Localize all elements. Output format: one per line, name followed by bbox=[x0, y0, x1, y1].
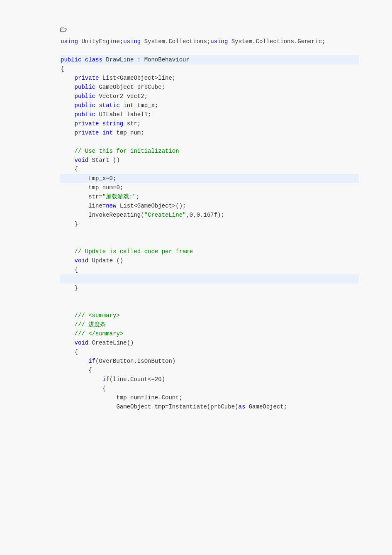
kw-string: string bbox=[102, 120, 123, 127]
open-brace-if2: { bbox=[60, 384, 359, 393]
import-generic: System.Collections.Generic; bbox=[228, 38, 325, 45]
comment-update: // Update is called once per frame bbox=[60, 247, 359, 256]
open-brace-start: { bbox=[60, 165, 359, 174]
gameobject-instantiate: GameObject tmp=Instantiate(prbCube)as Ga… bbox=[60, 402, 359, 411]
kw-private2: private bbox=[75, 120, 99, 127]
field-line-list: private List<GameObject>line; bbox=[60, 73, 359, 83]
kw-public3: public bbox=[75, 102, 95, 109]
tmpnum-linecount: tmp_num=line.Count; bbox=[60, 393, 359, 402]
open-brace-if1: { bbox=[60, 366, 359, 375]
close-brace-update: } bbox=[60, 284, 359, 293]
xml-summary-content: /// 进度条 bbox=[60, 320, 359, 329]
string-literal-2: "CreateLine" bbox=[144, 212, 186, 218]
kw-static: static bbox=[99, 102, 119, 109]
field-line-tmpnum: private int tmp_num; bbox=[60, 128, 359, 137]
tmpnum-assign: tmp_num=0; bbox=[60, 183, 359, 192]
void-createline-line: void CreateLine() bbox=[60, 338, 359, 347]
open-brace-main: { bbox=[60, 64, 359, 73]
keyword-using2: using bbox=[123, 38, 141, 45]
xml-summary-close: /// </summary> bbox=[60, 329, 359, 338]
xml-comment-close: /// </summary> bbox=[75, 330, 124, 337]
import-unityengine: UnityEngine; bbox=[78, 38, 123, 45]
comment-start: // Use this for initialization bbox=[60, 147, 359, 156]
field-line-label1: public UILabel label1; bbox=[60, 110, 359, 119]
code-block: using UnityEngine;using System.Collectio… bbox=[60, 37, 359, 411]
comment-use-init: // Use this for initialization bbox=[75, 148, 179, 154]
kw-private3: private bbox=[75, 130, 99, 136]
kw-new1: new bbox=[106, 203, 116, 209]
kw-public1: public bbox=[75, 84, 95, 90]
kw-void1: void bbox=[75, 157, 89, 164]
open-brace-update: { bbox=[60, 265, 359, 274]
kw-public2: public bbox=[75, 93, 95, 100]
kw-public: public bbox=[61, 56, 81, 63]
blank-line-6 bbox=[60, 302, 359, 311]
void-start-line: void Start () bbox=[60, 156, 359, 165]
close-brace-start: } bbox=[60, 220, 359, 229]
blank-line-4 bbox=[60, 238, 359, 247]
tmpx-assign: tmp_x=0; bbox=[60, 174, 359, 183]
string-literal-1: "加载游戏:" bbox=[102, 193, 136, 200]
str-assign: str="加载游戏:"; bbox=[60, 192, 359, 201]
class-name: DrawLine : MonoBehaviour bbox=[102, 56, 190, 63]
blank-line-1 bbox=[60, 46, 359, 55]
keyword-using3: using bbox=[210, 38, 228, 45]
blank-line-3 bbox=[60, 229, 359, 238]
kw-void3: void bbox=[75, 340, 89, 346]
if-line-count: if(line.Count<=20) bbox=[60, 375, 359, 384]
xml-comment-open: /// <summary> bbox=[75, 312, 120, 319]
if-overbutton: if(OverButton.IsOnButton) bbox=[60, 357, 359, 366]
xml-summary-open: /// <summary> bbox=[60, 311, 359, 320]
kw-if2: if bbox=[102, 376, 110, 383]
kw-as: as bbox=[238, 403, 245, 410]
kw-class: class bbox=[85, 56, 102, 63]
field-line-str: private string str; bbox=[60, 119, 359, 128]
kw-if1: if bbox=[88, 358, 95, 364]
blank-line-2 bbox=[60, 137, 359, 147]
comment-update-text: // Update is called once per frame bbox=[75, 248, 193, 255]
editor-container: 🗁 using UnityEngine;using System.Collect… bbox=[0, 0, 392, 555]
field-line-vect2: public Vector2 vect2; bbox=[60, 92, 359, 101]
kw-int2: int bbox=[102, 130, 113, 136]
field-line-prbcube: public GameObject prbCube; bbox=[60, 83, 359, 92]
field-line-tmpx: public static int tmp_x; bbox=[60, 101, 359, 110]
import-line: using UnityEngine;using System.Collectio… bbox=[60, 37, 359, 46]
xml-comment-content: /// 进度条 bbox=[75, 321, 106, 328]
kw-private1: private bbox=[75, 75, 99, 81]
kw-void2: void bbox=[75, 257, 89, 264]
keyword-using1: using bbox=[61, 38, 78, 45]
code-file-icon: 🗁 bbox=[60, 25, 392, 34]
kw-int1: int bbox=[123, 102, 134, 109]
invoke-repeating: InvokeRepeating("CreateLine",0,0.167f); bbox=[60, 210, 359, 220]
open-brace-createline: { bbox=[60, 347, 359, 357]
blank-line-5 bbox=[60, 293, 359, 302]
class-declaration-line: public class DrawLine : MonoBehaviour bbox=[60, 55, 359, 64]
void-update-line: void Update () bbox=[60, 256, 359, 265]
import-collections: System.Collections; bbox=[141, 38, 210, 45]
update-body-blank bbox=[60, 274, 359, 284]
kw-class-text bbox=[81, 56, 85, 63]
line-new-list: line=new List<GameObject>(); bbox=[60, 201, 359, 210]
kw-public4: public bbox=[75, 111, 95, 118]
